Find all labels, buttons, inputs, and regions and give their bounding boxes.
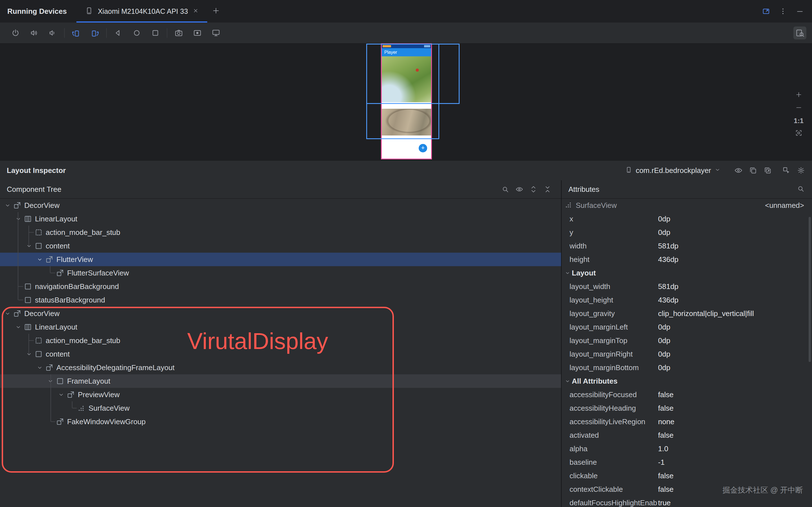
tree-chevron-icon[interactable] (3, 201, 12, 210)
tree-row[interactable]: DecorView (0, 199, 561, 212)
tree-chevron-icon[interactable] (35, 255, 45, 264)
plus-icon[interactable] (212, 6, 220, 15)
attribute-row[interactable]: alpha1.0 (562, 442, 812, 455)
zoom-fit-icon[interactable] (795, 129, 802, 136)
attribute-row[interactable]: accessibilityLiveRegionnone (562, 415, 812, 429)
rotate-left-button[interactable] (70, 26, 83, 40)
tree-chevron-icon[interactable] (3, 309, 12, 318)
attribute-section[interactable]: All Attributes (562, 374, 812, 388)
tree-chevron-icon[interactable] (13, 322, 23, 332)
attribute-row[interactable]: width581dp (562, 239, 812, 252)
tree-chevron-icon[interactable] (24, 349, 34, 359)
search-icon[interactable] (501, 185, 509, 193)
attribute-row[interactable]: layout_marginBottom0dp (562, 361, 812, 374)
tree-row[interactable]: navigationBarBackground (0, 280, 561, 293)
tree-row[interactable]: LinearLayout (0, 212, 561, 226)
screenshot-button[interactable] (172, 26, 185, 40)
back-icon (114, 29, 123, 38)
export-snapshot-icon[interactable] (763, 166, 772, 175)
attribute-section[interactable]: Layout (562, 266, 812, 280)
settings-gear-icon[interactable] (797, 166, 805, 175)
tree-row[interactable]: LinearLayout (0, 320, 561, 334)
tree-row[interactable]: action_mode_bar_stub (0, 226, 561, 239)
attribute-row[interactable]: clickablefalse (562, 469, 812, 483)
home-button[interactable] (130, 26, 143, 40)
attribute-row[interactable]: layout_marginTop0dp (562, 334, 812, 347)
tree-chevron-icon[interactable] (24, 241, 34, 251)
volume-down-button[interactable] (46, 26, 59, 40)
close-icon[interactable] (193, 8, 199, 14)
tree-chevron-icon[interactable] (13, 214, 23, 224)
tree-chevron-icon[interactable] (56, 390, 66, 399)
attribute-row[interactable]: activatedfalse (562, 429, 812, 442)
attribute-value: 0dp (658, 350, 670, 358)
mirror-icon (211, 29, 220, 38)
volume-up-button[interactable] (28, 26, 41, 40)
tree-chevron-icon[interactable] (35, 363, 45, 372)
tree-row[interactable]: content (0, 239, 561, 252)
minimize-icon[interactable] (796, 7, 804, 15)
more-vertical-icon[interactable] (779, 7, 787, 15)
tree-row[interactable]: PreviewView (0, 388, 561, 401)
attribute-row[interactable]: y0dp (562, 226, 812, 239)
tree-row-label: content (46, 350, 70, 358)
collapse-all-icon[interactable] (544, 185, 552, 193)
tree-row[interactable]: FlutterView (0, 252, 561, 266)
process-selector[interactable]: com.rEd.bedrockplayer (625, 166, 721, 175)
back-button[interactable] (112, 26, 124, 40)
view-group-icon (12, 309, 22, 318)
device-tab[interactable]: Xiaomi M2104K10AC API 33 (77, 0, 207, 22)
attribute-row[interactable]: accessibilityHeadingfalse (562, 401, 812, 415)
attribute-row[interactable]: defaultFocusHighlightEnabtrue (562, 496, 812, 507)
screen-record-button[interactable] (191, 26, 204, 40)
tree-row[interactable]: FlutterSurfaceView (0, 266, 561, 280)
zoom-out-icon[interactable] (795, 104, 802, 111)
attribute-row[interactable]: baseline-1 (562, 455, 812, 469)
attribute-row[interactable]: layout_width581dp (562, 280, 812, 293)
rotate-right-button[interactable] (88, 26, 101, 40)
device-search-button[interactable] (794, 26, 806, 40)
snapshot-icon[interactable] (749, 166, 757, 175)
tree-row[interactable]: FakeWindowViewGroup (0, 415, 561, 429)
tree-row[interactable]: statusBarBackground (0, 293, 561, 307)
attribute-value: false (658, 431, 673, 440)
attribute-value: 436dp (658, 255, 678, 264)
attribute-row[interactable]: accessibilityFocusedfalse (562, 388, 812, 401)
view-icon (23, 282, 33, 291)
search-icon[interactable] (797, 185, 805, 193)
view-group-icon (12, 201, 22, 210)
tree-row[interactable]: content (0, 347, 561, 361)
tree-row[interactable]: FrameLayout (0, 374, 561, 388)
attribute-row[interactable]: x0dp (562, 212, 812, 226)
tree-row[interactable]: DecorView (0, 307, 561, 320)
select-component-icon[interactable] (782, 166, 791, 175)
tree-row[interactable]: AccessibilityDelegatingFrameLayout (0, 361, 561, 374)
section-chevron-icon[interactable] (563, 376, 572, 386)
mirror-button[interactable] (209, 26, 222, 40)
tree-row[interactable]: action_mode_bar_stub (0, 334, 561, 347)
stub-icon (34, 228, 43, 237)
visibility-icon[interactable] (515, 185, 523, 193)
zoom-reset-button[interactable]: 1:1 (794, 117, 804, 125)
chevron-down-icon (714, 167, 721, 173)
attribute-row[interactable]: layout_gravityclip_horizontal|clip_verti… (562, 307, 812, 320)
attribute-row[interactable]: layout_marginRight0dp (562, 347, 812, 361)
zoom-in-icon[interactable] (795, 91, 802, 98)
section-chevron-icon[interactable] (563, 268, 572, 278)
tool-window-title: Running Devices (7, 7, 67, 16)
device-tab-label: Xiaomi M2104K10AC API 33 (98, 7, 188, 15)
open-in-window-icon[interactable] (762, 7, 770, 15)
expand-all-icon[interactable] (529, 185, 538, 193)
tree-row-label: FlutterSurfaceView (67, 269, 129, 277)
attributes-scrollbar[interactable] (809, 217, 811, 362)
eye-icon[interactable] (734, 166, 743, 175)
tree-row[interactable]: SurfaceView (0, 401, 561, 415)
overview-button[interactable] (149, 26, 162, 40)
attribute-row[interactable]: height436dp (562, 252, 812, 266)
power-button[interactable] (9, 26, 22, 40)
attribute-row[interactable]: layout_height436dp (562, 293, 812, 307)
attribute-row[interactable]: layout_marginLeft0dp (562, 320, 812, 334)
view-group-icon (55, 417, 65, 426)
attribute-section-title: All Attributes (572, 377, 617, 386)
selected-component-id: <unnamed> (765, 201, 804, 210)
